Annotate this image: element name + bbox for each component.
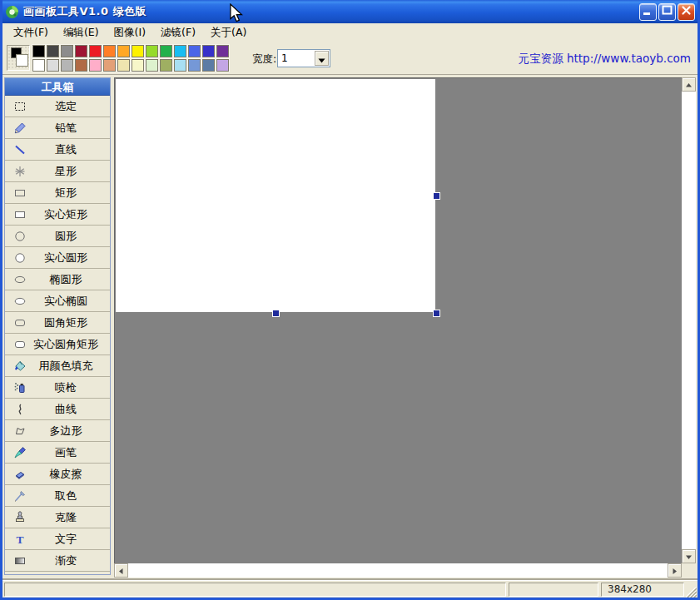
canvas-resize-handle-right[interactable] [433,192,440,200]
gradient-icon [10,554,30,568]
tool-gradient[interactable]: 渐变 [5,550,110,572]
canvas-workspace[interactable] [114,77,682,563]
color-swatch[interactable] [146,45,158,57]
tool-ellipse[interactable]: 椭圆形 [5,269,110,290]
tool-line[interactable]: 直线 [5,139,110,161]
color-swatch[interactable] [188,45,201,57]
scroll-right-button[interactable] [668,563,682,578]
color-swatch[interactable] [216,45,229,57]
color-swatch[interactable] [160,45,172,57]
menu-file[interactable]: 文件(F) [6,23,56,42]
color-swatch[interactable] [202,45,215,57]
app-icon [5,5,19,19]
color-swatch[interactable] [117,59,130,72]
color-swatch[interactable] [89,59,102,72]
canvas-resize-handle-bottom[interactable] [272,310,280,317]
star-icon [10,165,30,178]
tool-rounded-rectangle[interactable]: 圆角矩形 [5,312,110,334]
minimize-icon [639,2,657,22]
color-swatch[interactable] [132,45,144,57]
polygon-icon [10,424,30,438]
color-swatch[interactable] [132,59,144,72]
rounded-rectangle-icon [10,316,30,330]
ellipse-icon [10,273,30,286]
color-swatch[interactable] [216,59,229,72]
dropdown-button[interactable] [315,51,329,66]
paint-canvas[interactable] [116,79,435,312]
tool-circle[interactable]: 圆形 [5,226,110,247]
arrow-right-icon [671,563,678,578]
toolbox-header: 工具箱 [5,78,110,96]
tool-airbrush[interactable]: 喷枪 [5,377,110,399]
color-swatch[interactable] [32,59,45,72]
tool-curve[interactable]: 曲线 [5,399,110,420]
tool-polygon[interactable]: 多边形 [5,420,110,442]
color-swatch[interactable] [89,45,102,57]
arrow-left-icon [117,563,125,578]
tool-filled-circle[interactable]: 实心圆形 [5,247,110,269]
menu-edit[interactable]: 编辑(E) [56,23,107,42]
scroll-left-button[interactable] [114,563,128,578]
vertical-scrollbar[interactable] [682,77,696,563]
rectangle-icon [10,186,30,200]
spray-can-icon [10,381,30,394]
width-dropdown[interactable]: 1 [277,49,330,67]
color-swatch[interactable] [174,45,186,57]
horizontal-scrollbar[interactable] [114,563,682,578]
color-swatch[interactable] [174,59,186,72]
color-swatch[interactable] [103,45,116,57]
color-swatch[interactable] [32,45,45,57]
menu-about[interactable]: 关于(A) [203,23,254,42]
tool-color-picker[interactable]: 取色 [5,485,110,507]
window-title: 画画板工具V1.0 绿色版 [23,4,146,19]
tool-pencil[interactable]: 铅笔 [5,117,110,139]
tool-brush[interactable]: 画笔 [5,442,110,464]
color-swatch[interactable] [47,45,59,57]
canvas-resize-handle-corner[interactable] [433,310,440,317]
tool-select[interactable]: 选定 [5,96,110,117]
menu-image[interactable]: 图像(I) [107,23,153,42]
color-swatch[interactable] [47,59,59,72]
tool-clone[interactable]: 克隆 [5,507,110,528]
scroll-down-button[interactable] [682,549,696,563]
minimize-button[interactable] [639,3,657,21]
tool-filled-rectangle[interactable]: 实心矩形 [5,204,110,226]
toolbar: 宽度: 1 元宝资源 http://www.taoyb.com [2,42,698,75]
text-icon: T [10,533,30,546]
color-swatch[interactable] [117,45,130,57]
app-window: 画画板工具V1.0 绿色版 文件(F) 编辑(E) [0,0,700,600]
color-swatch[interactable] [160,59,172,72]
scroll-up-button[interactable] [682,77,696,92]
color-swatch[interactable] [188,59,201,72]
svg-text:T: T [16,533,23,545]
tool-fill-color[interactable]: 用颜色填充 [5,355,110,377]
color-swatch[interactable] [103,59,116,72]
color-swatch[interactable] [202,59,215,72]
window-controls [639,3,695,21]
curve-icon [10,403,30,416]
close-button[interactable] [678,3,695,21]
color-swatch[interactable] [75,45,87,57]
tool-filled-rounded-rectangle[interactable]: 实心圆角矩形 [5,334,110,355]
eraser-icon [10,468,30,481]
color-swatch[interactable] [75,59,87,72]
foreground-background-indicator[interactable] [7,45,30,71]
palette-row-1 [32,44,231,58]
pencil-icon [10,121,30,135]
tool-eraser[interactable]: 橡皮擦 [5,464,110,485]
resize-grip-icon[interactable] [686,586,697,597]
width-value: 1 [278,52,315,64]
title-bar: 画画板工具V1.0 绿色版 [0,0,700,23]
color-swatch[interactable] [61,59,73,72]
tool-rectangle[interactable]: 矩形 [5,182,110,204]
brush-icon [10,446,30,459]
maximize-button[interactable] [658,3,676,21]
tool-star[interactable]: 星形 [5,161,110,182]
menu-filter[interactable]: 滤镜(F) [153,23,203,42]
color-swatch[interactable] [146,59,158,72]
tool-filled-ellipse[interactable]: 实心椭圆 [5,290,110,312]
width-label: 宽度: [252,52,276,67]
tool-text[interactable]: T 文字 [5,528,110,550]
tool-list: 选定 铅笔 直线 星形 [5,96,110,572]
color-swatch[interactable] [61,45,73,57]
